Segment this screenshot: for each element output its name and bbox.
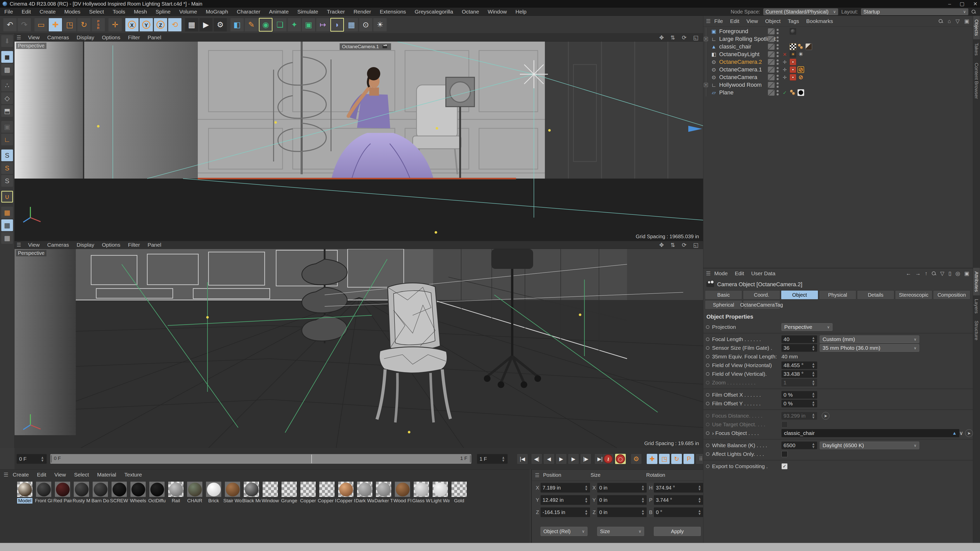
attribute-menu-edit[interactable]: Edit bbox=[731, 270, 748, 276]
object-name[interactable]: classic_chair bbox=[719, 43, 751, 50]
rotation-p-field[interactable]: 3.744 °▲▼ bbox=[654, 495, 703, 505]
menu-render[interactable]: Render bbox=[349, 9, 375, 15]
viewport-menu-options[interactable]: Options bbox=[98, 242, 124, 248]
lock-z-axis-button[interactable]: Z bbox=[154, 18, 167, 32]
rotate-view-icon[interactable]: ⟳ bbox=[682, 35, 687, 41]
object-name[interactable]: OctaneCamera bbox=[719, 74, 757, 81]
material-menu-texture[interactable]: Texture bbox=[121, 472, 146, 478]
render-picture-viewer-button[interactable]: ▶ bbox=[199, 18, 213, 32]
film-offset-y-field[interactable]: 0 %▲▼ bbox=[781, 400, 817, 407]
visibility-toggle[interactable] bbox=[768, 67, 775, 73]
daylight-tag-icon[interactable]: ☀ bbox=[790, 51, 796, 58]
pan-view-icon[interactable]: ✥ bbox=[659, 242, 664, 248]
visibility-dots[interactable] bbox=[776, 67, 779, 73]
make-editable-button[interactable]: ⬇ bbox=[1, 35, 13, 47]
minimize-button[interactable]: – bbox=[948, 1, 951, 7]
tab-object[interactable]: Object bbox=[781, 290, 818, 300]
visibility-dots[interactable] bbox=[776, 29, 779, 34]
material-rusty-m[interactable]: Rusty M bbox=[72, 481, 91, 503]
menu-animate[interactable]: Animate bbox=[265, 9, 293, 15]
menu-select[interactable]: Select bbox=[85, 9, 108, 15]
projection-dropdown[interactable]: Perspective∨ bbox=[781, 323, 832, 331]
animation-dot-icon[interactable] bbox=[706, 423, 710, 426]
spinner-arrows-icon[interactable]: ▲▼ bbox=[811, 400, 815, 407]
material-octdiffu[interactable]: OctDiffu bbox=[148, 481, 166, 503]
focal-length-field[interactable]: 40▲▼ bbox=[781, 335, 817, 343]
animation-dot-icon[interactable] bbox=[706, 355, 710, 359]
lock-workplane-button[interactable]: ▦ bbox=[1, 219, 13, 231]
object-menu-file[interactable]: File bbox=[711, 18, 727, 24]
material-glass-wi[interactable]: Glass Wi bbox=[412, 481, 431, 503]
key-rotation-button[interactable]: ↻ bbox=[671, 454, 682, 464]
search-icon[interactable] bbox=[971, 10, 976, 14]
material-copper-i[interactable]: Copper I bbox=[336, 481, 355, 503]
viewport-menu-display[interactable]: Display bbox=[73, 242, 98, 248]
dynamics-tag-icon[interactable] bbox=[790, 89, 796, 96]
spinner-arrows-icon[interactable]: ▲▼ bbox=[501, 456, 505, 462]
new-panel-icon[interactable]: ▣ bbox=[964, 270, 969, 276]
chevron-down-icon[interactable]: ∨ bbox=[959, 430, 963, 436]
coordinate-system-button[interactable]: ⟲ bbox=[168, 18, 182, 32]
object-row-large-rolling-spotlight[interactable]: +∟Large Rolling Spotlight bbox=[703, 35, 971, 43]
menu-simulate[interactable]: Simulate bbox=[293, 9, 323, 15]
protection-tag-icon[interactable]: ⊘ bbox=[797, 66, 804, 73]
edge-mode-button[interactable]: ◇ bbox=[1, 92, 13, 104]
goto-next-frame-button[interactable]: ▶ bbox=[568, 454, 579, 464]
visibility-dots[interactable] bbox=[776, 83, 779, 88]
play-forward-button[interactable]: ▶ bbox=[555, 454, 567, 464]
object-row-hollywood-room[interactable]: +∟Hollywood Room bbox=[703, 81, 971, 89]
panel-menu-icon[interactable]: ☰ bbox=[17, 35, 21, 41]
menu-mograph[interactable]: MoGraph bbox=[201, 9, 232, 15]
menu-volume[interactable]: Volume bbox=[175, 9, 201, 15]
fov-vertical-field[interactable]: 33.438 °▲▼ bbox=[781, 370, 817, 378]
visibility-dots[interactable] bbox=[776, 59, 779, 65]
object-menu-object[interactable]: Object bbox=[762, 18, 784, 24]
animation-dot-icon[interactable] bbox=[706, 465, 710, 468]
visibility-toggle[interactable] bbox=[768, 59, 775, 65]
key-parameter-button[interactable]: P bbox=[683, 454, 694, 464]
expand-icon[interactable]: + bbox=[704, 83, 708, 87]
spinner-arrows-icon[interactable]: ▲▼ bbox=[811, 362, 815, 368]
object-name[interactable]: OctaneDayLight bbox=[719, 51, 759, 58]
object-menu-view[interactable]: View bbox=[743, 18, 762, 24]
menu-greyscalegorilla[interactable]: Greyscalegorilla bbox=[410, 9, 458, 15]
material-black-me[interactable]: Black Me bbox=[242, 481, 261, 503]
zoom-view-icon[interactable]: ⇅ bbox=[670, 35, 675, 41]
rotate-tool-button[interactable]: ↻ bbox=[77, 18, 91, 32]
object-row-classic-chair[interactable]: ▲classic_chair bbox=[703, 43, 971, 51]
subdivision-surface-button[interactable]: ◉ bbox=[259, 18, 272, 32]
menu-spline[interactable]: Spline bbox=[151, 9, 175, 15]
tab-spherical[interactable]: Spherical bbox=[705, 300, 742, 310]
object-name[interactable]: Foreground bbox=[719, 28, 748, 35]
layout-dropdown[interactable]: Startup∨ bbox=[861, 8, 968, 15]
tweak-mode-button[interactable]: ▣ bbox=[1, 121, 13, 133]
visibility-toggle[interactable] bbox=[768, 44, 775, 50]
panel-menu-icon[interactable]: ☰ bbox=[17, 242, 21, 248]
affect-lights-only-checkbox[interactable] bbox=[781, 451, 788, 457]
material-wood-fl[interactable]: Wood Fl bbox=[393, 481, 412, 503]
material-barn-do[interactable]: Barn Do bbox=[91, 481, 110, 503]
axis-mode-button[interactable]: ∟ bbox=[1, 134, 13, 145]
snap-3d-button[interactable]: S bbox=[1, 175, 13, 187]
panel-menu-icon[interactable]: ☰ bbox=[535, 472, 539, 478]
export-to-compositing-checkbox[interactable]: ✓ bbox=[781, 463, 788, 469]
material-model[interactable]: Model bbox=[15, 481, 34, 503]
last-tool-psr-button[interactable]: PSR bbox=[91, 18, 105, 32]
object-row-octanecamera[interactable]: ⊙OctaneCamera✛⊘ bbox=[703, 73, 971, 81]
visibility-dots[interactable] bbox=[776, 37, 779, 42]
size-y-field[interactable]: 0 in▲▼ bbox=[597, 495, 647, 505]
picker-icon[interactable]: ➤ bbox=[965, 429, 973, 437]
sensor-size-field[interactable]: 36▲▼ bbox=[781, 344, 817, 352]
material-copper[interactable]: Copper bbox=[299, 481, 318, 503]
target-icon[interactable]: ◎ bbox=[956, 270, 960, 276]
home-icon[interactable]: ⌂ bbox=[948, 18, 951, 24]
object-menu-bookmarks[interactable]: Bookmarks bbox=[803, 18, 837, 24]
filter-icon[interactable]: ▽ bbox=[940, 270, 944, 276]
tab-octanecameratag[interactable]: OctaneCameraTag bbox=[743, 300, 780, 310]
viewport-menu-cameras[interactable]: Cameras bbox=[43, 242, 73, 248]
attribute-menu-mode[interactable]: Mode bbox=[711, 270, 732, 276]
material-light-wa[interactable]: Light Wa bbox=[431, 481, 450, 503]
autokeying-button[interactable]: ◯ bbox=[615, 454, 626, 464]
texture-tag-icon[interactable] bbox=[790, 28, 796, 35]
spinner-arrows-icon[interactable]: ▲▼ bbox=[811, 336, 815, 342]
